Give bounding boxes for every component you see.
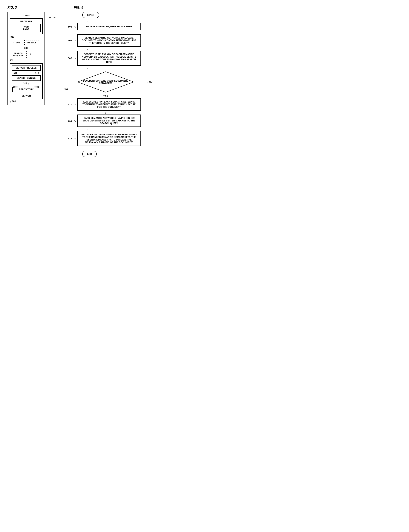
ref-312: 312 [13,72,17,75]
diamond-508-svg [74,70,138,94]
step-504-label: 504 [64,39,72,42]
fig3-search-line1: SEARCH [12,52,24,55]
fig3-browser-box: BROWSER WEB PAGE [10,18,43,34]
fig3-client-label: CLIENT [10,14,43,17]
arrow-down-4: ↓ [28,82,29,85]
step-506-label: 506 [64,57,72,60]
arrow-512-514: ↓ [64,127,161,131]
step-514-row: 514 ↘ PROVIDE LIST OF DOCUMENTS CORRESPO… [64,131,161,146]
step-506-row: 506 ↘ SCORE THE RELEVANCY OF EACH SEMANT… [64,51,161,66]
arrow-504-506: ↓ [64,47,161,50]
step-512-row: 512 ↘ RANK SEMANTIC NETWORKS HAVING HIGH… [64,114,161,127]
fig5-section: FIG. 5 START ↓ 502 ↘ RECEIVE A SEARCH QU… [64,6,161,158]
step-510-row: 510 ↘ ADD SCORES FOR EACH SEMANTIC NETWO… [64,98,161,111]
arrow-510-512-area: ↓ [74,111,161,114]
arrow-508-510: ↓ [64,95,161,98]
step-514-label: 514 [64,137,72,140]
start-oval: START [82,12,99,18]
arrow-down-1: ↓ [21,41,23,44]
arrow-up-1: ↑ [13,41,15,44]
fig3-browser-label: BROWSER [12,20,41,23]
arrow-after-start: ↓ [64,19,161,23]
ref-316: 316 [35,72,39,75]
fig3-webpage-line1: WEB [13,25,39,28]
arrow-down-3: ↓ [26,72,27,75]
step-510-label: 510 [64,103,72,106]
step-508-row: 508 DOCUMENT CONTAINS MULTIPLE SEMANTIC … [74,70,161,94]
box-506: SCORE THE RELEVANCY OF EACH SEMANTIC NET… [77,51,141,66]
start-row: START [64,12,161,18]
fig3-search-engine-box: SEARCH ENGINE [12,75,41,81]
fig3-title: FIG. 3 [8,6,56,10]
ref-318: 318 [23,82,27,85]
box-512: RANK SEMANTIC NETWORKS HAVING HIGHER EDG… [77,114,141,127]
svg-marker-0 [78,72,134,92]
fig3-search-line2: REQUEST [12,55,24,57]
end-row: END [64,151,161,157]
arrow-up-2: ↑ [10,100,11,103]
fig3-server-section: SERVER PROCESS 312 ↓ 316 SEARCH ENGINE 3… [10,63,43,99]
ref-308: 308 [16,41,20,44]
arrow-down-2: ↓ [29,52,31,55]
ref-306: 306 [24,47,28,49]
fig3-search-engine-label: SEARCH ENGINE [17,77,36,79]
fig5-title: FIG. 5 [74,6,161,10]
step-502-label: 502 [64,25,72,28]
step-502-row: 502 ↘ RECEIVE A SEARCH QUERY FROM A USER [64,23,161,30]
fig3-server-label: SERVER [12,95,41,97]
arrow-502-504: ↓ [64,30,161,34]
ref-310: 310 [10,36,14,38]
ref-300: 300 [52,16,56,19]
ref-302: 302 [10,59,13,62]
arrow-after-514: ↓ [64,146,161,150]
arrow-506-508: ↓ [64,66,161,69]
step-512-label: 512 [64,119,72,122]
fig3-search-box: SEARCH REQUEST [10,51,27,58]
no-branch: → NO [146,80,152,84]
box-510: ADD SCORES FOR EACH SEMANTIC NETWORK TOG… [77,98,141,111]
end-oval: END [82,151,97,157]
yes-label: YES [103,95,108,98]
ref-304: 304 [12,100,16,103]
fig3-result-label: RESULT [27,41,36,44]
no-label: NO [149,81,152,83]
fig3-client-box: CLIENT BROWSER WEB PAGE 310 ↑ [8,12,45,105]
box-514: PROVIDE LIST OF DOCUMENTS CORRESPONDING … [77,131,141,146]
fig3-webpage-box: WEB PAGE [12,24,41,32]
fig3-webpage-line2: PAGE [13,28,39,31]
box-504: SEARCH SEMANTIC NETWORKS TO LOCATE DOCUM… [77,34,141,47]
page-container: FIG. 3 ← 300 CLIENT BROWSER WEB PAGE [8,6,161,158]
fig3-server-process-label: SERVER PROCESS [16,66,37,69]
fig3-result-box: RESULT [24,40,39,45]
fig3-section: FIG. 3 ← 300 CLIENT BROWSER WEB PAGE [8,6,56,105]
box-502: RECEIVE A SEARCH QUERY FROM A USER [77,23,141,30]
fig3-repository-label: REPOSITORY [19,88,34,91]
ref-508: 508 [65,88,68,90]
step-504-row: 504 ↘ SEARCH SEMANTIC NETWORKS TO LOCATE… [64,34,161,47]
fig3-server-process-box: SERVER PROCESS [12,65,41,71]
